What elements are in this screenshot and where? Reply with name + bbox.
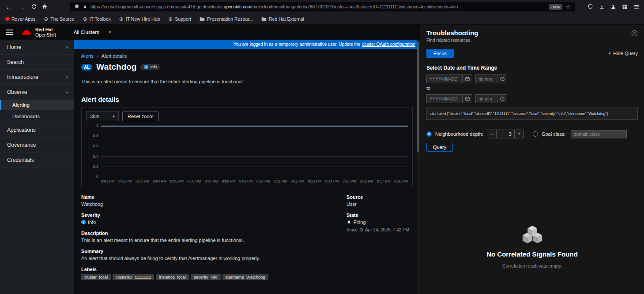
back-button[interactable]: ← <box>4 3 13 11</box>
account-icon[interactable] <box>610 4 616 10</box>
bookmark-it-toolbox[interactable]: ⊕IT Toolbox <box>83 16 111 22</box>
sidebar-item-observe[interactable]: Observe› <box>0 85 74 100</box>
alert-resource-badge: AL <box>81 64 92 71</box>
globe-icon: ⊕ <box>168 16 173 22</box>
end-date-input[interactable] <box>426 94 463 103</box>
extensions-icon[interactable] <box>622 4 628 10</box>
download-icon[interactable] <box>599 4 605 10</box>
bookmark-support[interactable]: ⊕Support <box>168 16 191 22</box>
home-button[interactable] <box>41 4 48 10</box>
sidebar-item-home[interactable]: Home› <box>0 40 74 55</box>
bookmark-it-new-hire-hub[interactable]: ⊕IT New Hire Hub <box>119 16 160 22</box>
description-label: Description <box>81 231 346 236</box>
x-axis-label: 8:13 PM <box>308 179 322 183</box>
bookmark-rover-apps[interactable]: Rover Apps <box>5 16 35 22</box>
redhat-openshift-logo: Red HatOpenShift <box>21 27 56 37</box>
x-axis-label: 8:09 PM <box>239 179 253 183</box>
account-shield-icon[interactable] <box>588 4 593 10</box>
nav-toggle-icon[interactable] <box>6 28 13 36</box>
reset-zoom-button[interactable]: Reset zoom <box>122 112 159 121</box>
state-since: Since Apr 24, 2025, 7:42 PM <box>346 227 413 232</box>
x-axis-label: 8:08 PM <box>222 179 236 183</box>
source-label: Source <box>346 194 413 200</box>
x-axis-label: 8:12 PM <box>291 179 305 183</box>
empty-state-subtitle: Correlation result was empty. <box>502 263 562 268</box>
query-editor[interactable]: alert:alert:{"cluster":"local","clusterI… <box>426 108 638 120</box>
red-hat-icon <box>5 17 9 21</box>
sidebar-item-dashboards[interactable]: Dashboards <box>0 110 74 123</box>
label-chip[interactable]: cluster=local <box>81 274 111 280</box>
label-chip[interactable]: instance=local <box>156 274 188 280</box>
oauth-configuration-link[interactable]: cluster OAuth configuration <box>362 42 415 47</box>
start-time-input[interactable] <box>475 74 497 83</box>
folder-icon <box>200 16 205 21</box>
severity-label: Severity <box>81 212 346 218</box>
bookmark-presentation-resources[interactable]: Presentation Resour... <box>200 16 253 22</box>
sidebar-item-search[interactable]: Search <box>0 55 74 70</box>
goal-class-radio[interactable] <box>533 131 538 137</box>
sidebar-item-alerting[interactable]: Alerting <box>0 100 74 110</box>
neighbourhood-depth-radio[interactable] <box>426 131 432 137</box>
end-time-input[interactable] <box>475 94 497 103</box>
chart-x-axis: 8:01 PM8:02 PM8:03 PM8:04 PM8:05 PM8:06 … <box>101 179 408 183</box>
calendar-icon[interactable] <box>463 94 472 103</box>
clock-icon[interactable] <box>497 74 507 83</box>
empty-state-title: No Correlated Signals Found <box>486 250 578 258</box>
breadcrumb: Alerts › Alert details <box>81 53 413 59</box>
cluster-selector-dropdown[interactable]: All Clusters ▾ <box>67 25 119 40</box>
tracking-shield-icon[interactable] <box>74 4 79 9</box>
focus-button[interactable]: Focus <box>426 49 454 58</box>
query-button[interactable]: Query <box>426 143 453 152</box>
info-icon: i <box>144 65 148 69</box>
info-icon: i <box>81 220 86 224</box>
menu-icon[interactable] <box>633 4 640 10</box>
state-value: Firing <box>346 220 413 225</box>
goal-class-input[interactable] <box>571 130 627 138</box>
lock-icon[interactable] <box>83 4 87 9</box>
start-date-input[interactable] <box>426 74 463 83</box>
watchdog-series-line <box>101 126 408 127</box>
breadcrumb-current: Alert details <box>102 53 127 59</box>
calendar-icon[interactable] <box>463 74 472 83</box>
clock-icon[interactable] <box>497 94 507 103</box>
breadcrumb-alerts-link[interactable]: Alerts <box>81 53 94 59</box>
label-chip[interactable]: clusterID=11111111 <box>113 274 154 280</box>
globe-icon: ⊕ <box>44 16 48 22</box>
folder-icon <box>261 16 267 21</box>
bell-icon <box>346 220 351 225</box>
bookmark-the-source[interactable]: ⊕The Source <box>44 16 74 22</box>
sidebar-item-credentials[interactable]: Credentials <box>0 153 74 167</box>
labels-list: cluster=localclusterID=11111111instance=… <box>81 274 346 280</box>
refresh-button[interactable] <box>31 4 37 10</box>
depth-value[interactable]: 3 <box>497 130 514 138</box>
forward-button[interactable]: → <box>18 3 26 11</box>
chart-y-axis: 10.80.60.40.20 <box>86 126 101 177</box>
state-label: State <box>346 212 413 218</box>
sidebar-item-applications[interactable]: Applications <box>0 123 74 138</box>
scrollbar[interactable] <box>417 40 420 294</box>
bookmarks-bar: Rover Apps ⊕The Source ⊕IT Toolbox ⊕IT N… <box>0 13 644 25</box>
decrement-button[interactable]: − <box>487 130 497 138</box>
timespan-select[interactable]: 30m ▾ <box>86 112 119 121</box>
sidebar-nav: Home› Search Infrastructure› Observe› Al… <box>0 40 74 294</box>
bookmark-red-hat-external[interactable]: Red Hat External <box>261 16 304 22</box>
y-axis-label: 1 <box>96 123 98 128</box>
scrollbar-thumb[interactable] <box>417 41 419 153</box>
x-axis-label: 8:18 PM <box>394 179 408 183</box>
sidebar-item-infrastructure[interactable]: Infrastructure› <box>0 70 74 85</box>
sidebar-item-governance[interactable]: Governance <box>0 138 74 153</box>
panel-title: Troubleshooting <box>426 29 478 37</box>
alert-chart-card: 30m ▾ Reset zoom 10.80.60.40.20 <box>81 108 413 187</box>
increment-button[interactable]: + <box>514 130 524 138</box>
close-icon[interactable] <box>631 30 638 37</box>
label-chip[interactable]: alertname=Watchdog <box>222 274 268 280</box>
chevron-right-icon: › <box>66 44 68 50</box>
hide-query-toggle[interactable]: ▾ Hide Query <box>609 51 638 56</box>
x-axis-label: 8:17 PM <box>377 179 391 183</box>
chart-plot-area[interactable] <box>101 126 408 177</box>
url-bar[interactable]: https://console-openshift-console.apps.e… <box>70 2 575 11</box>
x-axis-label: 8:07 PM <box>205 179 218 183</box>
zoom-level-badge[interactable]: 80% <box>549 4 562 10</box>
bookmark-star-icon[interactable]: ☆ <box>565 4 571 10</box>
label-chip[interactable]: severity=info <box>191 274 221 280</box>
